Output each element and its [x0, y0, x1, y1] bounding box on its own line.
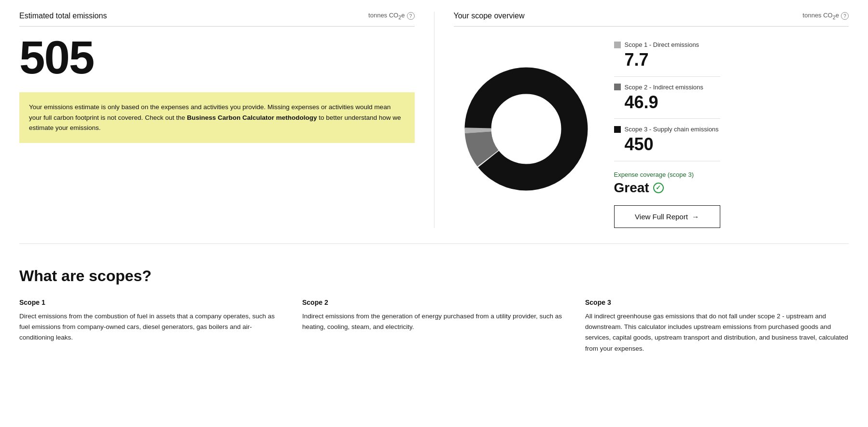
scope-card-3-desc: All indirect greenhouse gas emissions th… — [585, 311, 849, 354]
scope-card-2: Scope 2 Indirect emissions from the gene… — [302, 299, 566, 354]
warning-link[interactable]: Business Carbon Calculator methodology — [187, 114, 317, 121]
scope-2-color — [614, 84, 621, 90]
scope-2-label: Scope 2 - Indirect emissions — [625, 84, 703, 91]
scope-3-color — [614, 126, 621, 133]
main-container: Estimated total emissions tonnes CO2e ? … — [0, 0, 868, 366]
report-button-label: View Full Report — [635, 213, 688, 221]
scope-3-value: 450 — [625, 135, 720, 154]
left-unit-text: tonnes CO2e — [368, 12, 405, 20]
right-panel: Your scope overview tonnes CO2e ? — [434, 12, 849, 228]
scope-2-value: 46.9 — [625, 93, 720, 112]
scope-1-color — [614, 42, 621, 48]
warning-box: Your emissions estimate is only based on… — [19, 92, 415, 143]
left-info-icon[interactable]: ? — [407, 12, 415, 20]
scope-3-label: Scope 3 - Supply chain emissions — [625, 126, 719, 133]
scope-1-value: 7.7 — [625, 50, 720, 70]
scope-card-1-title: Scope 1 — [19, 299, 283, 306]
coverage-value: Great ✓ — [614, 180, 720, 196]
total-emissions: 505 — [19, 34, 415, 81]
scope-2-item: Scope 2 - Indirect emissions 46.9 — [614, 77, 720, 119]
what-are-scopes-title: What are scopes? — [19, 267, 849, 285]
right-unit-label: tonnes CO2e ? — [803, 12, 849, 20]
right-panel-title: Your scope overview — [454, 12, 525, 20]
scope-card-3-title: Scope 3 — [585, 299, 849, 306]
scope-card-1-desc: Direct emissions from the combustion of … — [19, 311, 283, 343]
right-panel-inner: Your scope overview tonnes CO2e ? — [454, 12, 849, 228]
scope-card-2-title: Scope 2 — [302, 299, 566, 306]
right-unit-text: tonnes CO2e — [803, 12, 839, 20]
scope-1-label: Scope 1 - Direct emissions — [625, 41, 700, 48]
arrow-right-icon: → — [692, 213, 699, 221]
check-circle-icon: ✓ — [653, 183, 664, 193]
scope-1-item: Scope 1 - Direct emissions 7.7 — [614, 34, 720, 77]
scope-card-3: Scope 3 All indirect greenhouse gas emis… — [585, 299, 849, 354]
scopes-grid: Scope 1 Direct emissions from the combus… — [19, 299, 849, 354]
coverage-section: Expense coverage (scope 3) Great ✓ View … — [614, 169, 720, 228]
bottom-section: What are scopes? Scope 1 Direct emission… — [19, 263, 849, 354]
scope-card-2-desc: Indirect emissions from the generation o… — [302, 311, 566, 333]
scope-card-1: Scope 1 Direct emissions from the combus… — [19, 299, 283, 354]
donut-svg — [454, 57, 599, 201]
left-panel: Estimated total emissions tonnes CO2e ? … — [19, 12, 434, 228]
scope-legend: Scope 1 - Direct emissions 7.7 Scope 2 -… — [614, 30, 720, 228]
scope-3-label-row: Scope 3 - Supply chain emissions — [614, 126, 720, 133]
scope-2-label-row: Scope 2 - Indirect emissions — [614, 84, 720, 91]
top-section: Estimated total emissions tonnes CO2e ? … — [19, 12, 849, 244]
coverage-text: Great — [614, 180, 649, 196]
donut-chart — [454, 57, 599, 201]
right-info-icon[interactable]: ? — [841, 12, 849, 20]
right-panel-header: Your scope overview tonnes CO2e ? — [454, 12, 849, 27]
scope-1-label-row: Scope 1 - Direct emissions — [614, 41, 720, 48]
coverage-label: Expense coverage (scope 3) — [614, 171, 720, 178]
scope-3-item: Scope 3 - Supply chain emissions 450 — [614, 119, 720, 161]
left-panel-header: Estimated total emissions tonnes CO2e ? — [19, 12, 415, 27]
svg-point-4 — [491, 94, 561, 164]
view-full-report-button[interactable]: View Full Report → — [614, 205, 720, 228]
left-unit-label: tonnes CO2e ? — [368, 12, 414, 20]
chart-and-legend: Scope 1 - Direct emissions 7.7 Scope 2 -… — [454, 30, 849, 228]
left-panel-title: Estimated total emissions — [19, 12, 107, 20]
